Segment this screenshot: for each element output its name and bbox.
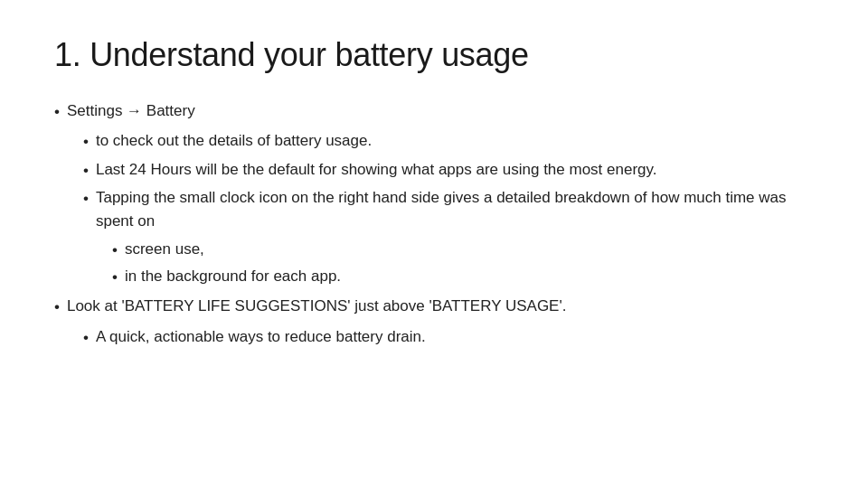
bullet-dot: • bbox=[54, 296, 60, 319]
bullet-text: Tapping the small clock icon on the righ… bbox=[96, 186, 814, 234]
bullet-text: Settings → Battery bbox=[67, 99, 814, 123]
slide-title: 1. Understand your battery usage bbox=[54, 36, 814, 74]
bullet-text: Look at 'BATTERY LIFE SUGGESTIONS' just … bbox=[67, 295, 814, 318]
bullet-text: screen use, bbox=[125, 238, 814, 261]
bullet-dot: • bbox=[54, 100, 60, 124]
list-item: • Look at 'BATTERY LIFE SUGGESTIONS' jus… bbox=[54, 295, 814, 319]
bullet-text: in the background for each app. bbox=[125, 265, 814, 288]
list-item: • Settings → Battery bbox=[54, 99, 814, 124]
list-item: • A quick, actionable ways to reduce bat… bbox=[83, 325, 814, 350]
list-item: • screen use, bbox=[112, 238, 814, 262]
bullet-dot: • bbox=[83, 326, 89, 350]
bullet-dot: • bbox=[112, 239, 118, 262]
bullet-dot: • bbox=[112, 266, 118, 289]
list-item: • Last 24 Hours will be the default for … bbox=[83, 158, 814, 183]
bullet-dot: • bbox=[83, 130, 89, 154]
bullet-text: to check out the details of battery usag… bbox=[96, 129, 814, 153]
list-item: • to check out the details of battery us… bbox=[83, 129, 814, 154]
bullet-dot: • bbox=[83, 187, 89, 211]
slide-container: 1. Understand your battery usage • Setti… bbox=[0, 0, 868, 488]
bullet-text: Last 24 Hours will be the default for sh… bbox=[96, 158, 814, 182]
bullet-text: A quick, actionable ways to reduce batte… bbox=[96, 325, 814, 349]
slide-content: • Settings → Battery • to check out the … bbox=[54, 99, 814, 353]
list-item: • in the background for each app. bbox=[112, 265, 814, 289]
list-item: • Tapping the small clock icon on the ri… bbox=[83, 186, 814, 234]
bullet-dot: • bbox=[83, 159, 89, 183]
